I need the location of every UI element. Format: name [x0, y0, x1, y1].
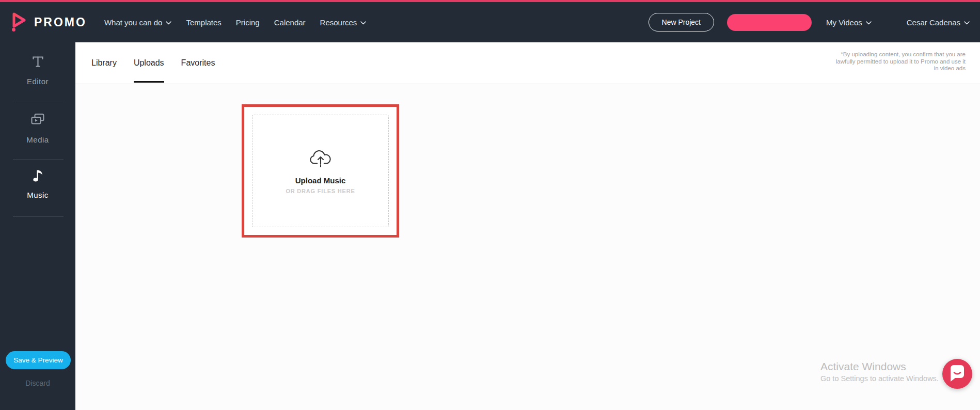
- sidebar-divider: [13, 216, 64, 217]
- tab-label: Uploads: [134, 58, 164, 68]
- music-note-icon: [32, 167, 44, 184]
- top-navbar: PROMO What you can do Templates Pricing …: [0, 2, 980, 42]
- upload-music-dropzone[interactable]: Upload Music OR DRAG FILES HERE: [252, 115, 389, 227]
- upload-subtitle: OR DRAG FILES HERE: [286, 188, 355, 194]
- upgrade-button[interactable]: [727, 14, 812, 31]
- discard-button[interactable]: Discard: [0, 379, 75, 387]
- disclaimer-line: *By uploading content, you confirm that …: [836, 51, 966, 58]
- editor-sidebar: Editor Media Music Save & Preview Discar…: [0, 42, 75, 410]
- text-editor-icon: [31, 55, 45, 71]
- upload-title: Upload Music: [295, 176, 346, 185]
- nav-item-what-you-can-do[interactable]: What you can do: [104, 18, 172, 27]
- sidebar-item-label: Media: [26, 135, 49, 144]
- nav-item-templates[interactable]: Templates: [186, 18, 221, 27]
- sidebar-item-media[interactable]: Media: [0, 113, 75, 144]
- main-panel: Library Uploads Favorites *By uploading …: [75, 42, 980, 410]
- chevron-down-icon: [360, 21, 366, 25]
- nav-item-label: What you can do: [104, 18, 163, 27]
- tab-library[interactable]: Library: [91, 42, 117, 84]
- my-videos-label: My Videos: [826, 18, 862, 27]
- user-name: Cesar Cadenas: [907, 18, 960, 27]
- upload-disclaimer: *By uploading content, you confirm that …: [836, 51, 966, 72]
- tab-label: Favorites: [181, 58, 215, 68]
- main-nav: What you can do Templates Pricing Calend…: [104, 18, 381, 27]
- save-preview-button[interactable]: Save & Preview: [6, 351, 71, 369]
- music-tabbar: Library Uploads Favorites *By uploading …: [75, 42, 980, 84]
- promo-play-icon: [9, 10, 29, 34]
- promo-logo[interactable]: PROMO: [9, 10, 87, 34]
- new-project-button[interactable]: New Project: [649, 13, 714, 31]
- brand-wordmark: PROMO: [34, 15, 87, 29]
- chevron-down-icon: [866, 21, 872, 25]
- navbar-right-group: New Project My Videos Cesar Cadenas: [649, 13, 970, 31]
- sidebar-divider: [13, 159, 64, 160]
- sidebar-item-label: Editor: [27, 77, 49, 86]
- disclaimer-line: in video ads: [836, 65, 966, 72]
- disclaimer-line: lawfully permitted to upload it to Promo…: [836, 58, 966, 66]
- chevron-down-icon: [964, 21, 970, 25]
- sidebar-item-label: Music: [27, 191, 49, 199]
- sidebar-item-editor[interactable]: Editor: [0, 55, 75, 86]
- nav-item-pricing[interactable]: Pricing: [236, 18, 260, 27]
- tab-label: Library: [91, 58, 117, 68]
- chevron-down-icon: [166, 21, 171, 25]
- tab-favorites[interactable]: Favorites: [181, 42, 215, 84]
- top-accent-strip: [0, 0, 980, 2]
- chat-launcher-button[interactable]: [942, 359, 972, 389]
- nav-item-calendar[interactable]: Calendar: [274, 18, 306, 27]
- my-videos-menu[interactable]: My Videos: [826, 18, 872, 27]
- user-menu[interactable]: Cesar Cadenas: [907, 18, 970, 27]
- sidebar-item-music[interactable]: Music: [0, 167, 75, 199]
- watermark-subtitle: Go to Settings to activate Windows.: [820, 374, 939, 383]
- activate-windows-watermark: Activate Windows Go to Settings to activ…: [820, 360, 939, 383]
- cloud-upload-icon: [308, 148, 333, 169]
- upload-card-highlight: Upload Music OR DRAG FILES HERE: [242, 104, 399, 238]
- watermark-title: Activate Windows: [820, 360, 939, 373]
- sidebar-divider: [13, 102, 64, 102]
- nav-item-label: Pricing: [236, 18, 260, 27]
- nav-item-label: Calendar: [274, 18, 306, 27]
- nav-item-resources[interactable]: Resources: [320, 18, 367, 27]
- nav-item-label: Templates: [186, 18, 221, 27]
- media-icon: [30, 113, 45, 129]
- tab-uploads[interactable]: Uploads: [134, 42, 164, 84]
- nav-item-label: Resources: [320, 18, 357, 27]
- chat-bubble-icon: [949, 364, 966, 384]
